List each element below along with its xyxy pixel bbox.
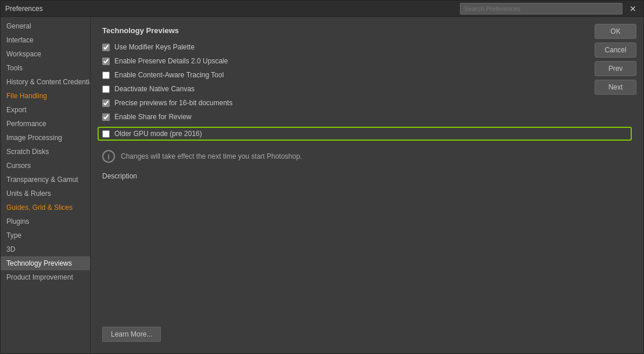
sidebar-item-units-rulers[interactable]: Units & Rulers: [1, 187, 90, 201]
checkbox-modifier-keys[interactable]: [102, 44, 110, 51]
search-input[interactable]: [460, 3, 623, 15]
title-bar: Preferences ✕: [1, 1, 643, 17]
checkbox-preserve-details[interactable]: [102, 58, 110, 65]
cancel-button[interactable]: Cancel: [595, 42, 636, 58]
description-section: Description: [102, 172, 632, 180]
main-footer: Learn More...: [91, 321, 643, 353]
info-row: i Changes will take effect the next time…: [102, 150, 632, 163]
sidebar-item-history[interactable]: History & Content Credentials: [1, 75, 90, 89]
ok-button[interactable]: OK: [595, 24, 636, 39]
checkbox-content-aware[interactable]: [102, 71, 110, 79]
description-title: Description: [102, 172, 632, 180]
checkbox-label-share-review[interactable]: Enable Share for Review: [114, 113, 192, 121]
sidebar-item-interface[interactable]: Interface: [1, 33, 90, 47]
close-button[interactable]: ✕: [627, 3, 639, 14]
sidebar-item-tools[interactable]: Tools: [1, 61, 90, 75]
sidebar-item-scratch-disks[interactable]: Scratch Disks: [1, 145, 90, 159]
sidebar-item-product-improvement[interactable]: Product Improvement: [1, 270, 90, 284]
checkbox-older-gpu[interactable]: [102, 130, 110, 138]
checkbox-label-precise-previews[interactable]: Precise previews for 16-bit documents: [114, 99, 232, 107]
info-text: Changes will take effect the next time y…: [121, 152, 302, 160]
checkbox-item-native-canvas: Deactivate Native Canvas: [102, 85, 632, 93]
sidebar-item-export[interactable]: Export: [1, 103, 90, 117]
sidebar-item-image-processing[interactable]: Image Processing: [1, 131, 90, 145]
checkbox-item-older-gpu: Older GPU mode (pre 2016): [98, 127, 632, 141]
sidebar-item-transparency-gamut[interactable]: Transparency & Gamut: [1, 173, 90, 187]
main-panel: Technology Previews Use Modifier Keys Pa…: [91, 17, 643, 353]
prev-button[interactable]: Prev: [595, 61, 636, 76]
sidebar-item-file-handling[interactable]: File Handling: [1, 89, 90, 103]
next-button[interactable]: Next: [595, 80, 636, 95]
sidebar-item-plugins[interactable]: Plugins: [1, 214, 90, 228]
title-bar-controls: ✕: [460, 3, 639, 15]
checkbox-native-canvas[interactable]: [102, 85, 110, 93]
checkbox-label-older-gpu[interactable]: Older GPU mode (pre 2016): [114, 130, 202, 138]
checkbox-label-native-canvas[interactable]: Deactivate Native Canvas: [114, 85, 195, 93]
checkbox-label-preserve-details[interactable]: Enable Preserve Details 2.0 Upscale: [114, 57, 228, 65]
checkbox-item-precise-previews: Precise previews for 16-bit documents: [102, 99, 632, 107]
checkbox-label-content-aware[interactable]: Enable Content-Aware Tracing Tool: [114, 71, 224, 79]
sidebar-item-cursors[interactable]: Cursors: [1, 159, 90, 173]
section-title: Technology Previews: [102, 26, 632, 35]
learn-more-button[interactable]: Learn More...: [102, 327, 161, 342]
sidebar-item-workspace[interactable]: Workspace: [1, 47, 90, 61]
checkbox-item-share-review: Enable Share for Review: [102, 113, 632, 121]
checkbox-item-content-aware: Enable Content-Aware Tracing Tool: [102, 71, 632, 79]
sidebar: GeneralInterfaceWorkspaceToolsHistory & …: [1, 17, 91, 353]
preferences-window: Preferences ✕ GeneralInterfaceWorkspaceT…: [0, 0, 644, 354]
checkbox-share-review[interactable]: [102, 113, 110, 121]
sidebar-item-performance[interactable]: Performance: [1, 117, 90, 131]
main-content-area: Technology Previews Use Modifier Keys Pa…: [91, 17, 643, 321]
sidebar-item-guides-grid[interactable]: Guides, Grid & Slices: [1, 201, 90, 214]
sidebar-item-technology-previews[interactable]: Technology Previews: [1, 256, 90, 270]
checkbox-precise-previews[interactable]: [102, 99, 110, 107]
checkbox-label-modifier-keys[interactable]: Use Modifier Keys Palette: [114, 43, 195, 51]
checkboxes-list: Use Modifier Keys PaletteEnable Preserve…: [102, 43, 632, 141]
checkbox-item-preserve-details: Enable Preserve Details 2.0 Upscale: [102, 57, 632, 65]
sidebar-item-3d[interactable]: 3D: [1, 242, 90, 256]
window-title: Preferences: [5, 5, 43, 13]
info-icon: i: [102, 150, 115, 163]
sidebar-item-general[interactable]: General: [1, 19, 90, 33]
window-body: GeneralInterfaceWorkspaceToolsHistory & …: [1, 17, 643, 353]
checkbox-item-modifier-keys: Use Modifier Keys Palette: [102, 43, 632, 51]
right-buttons-panel: OK Cancel Prev Next: [595, 24, 636, 95]
sidebar-item-type[interactable]: Type: [1, 228, 90, 242]
